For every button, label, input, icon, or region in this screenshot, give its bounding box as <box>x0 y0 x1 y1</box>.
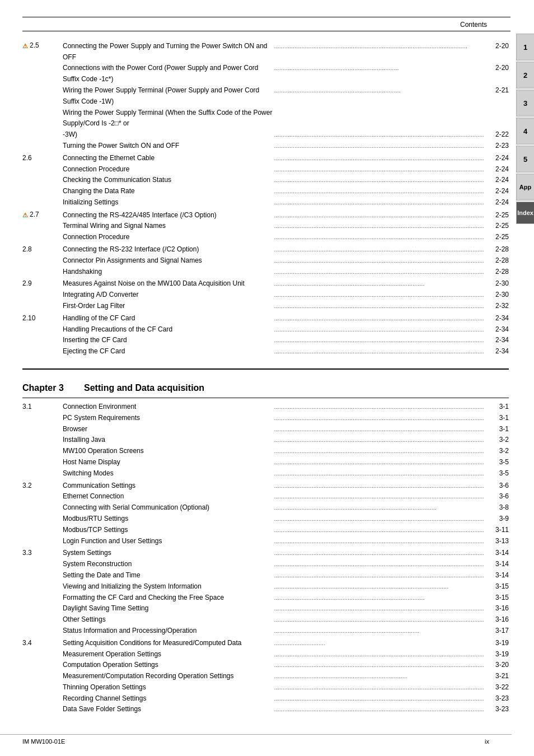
toc-sub-entry: Wiring the Power Supply Terminal (Power … <box>22 85 509 108</box>
contents-header: Contents <box>22 18 510 31</box>
toc-sub-entry: Measurement/Computation Recording Operat… <box>22 671 509 682</box>
footer-page-num: ix <box>485 738 489 745</box>
toc-sub-entry: PC System Requirements .................… <box>22 413 509 424</box>
right-tabs: 1 2 3 4 5 App Index <box>516 34 534 224</box>
section-2.5-row: ⚠ 2.5 Connecting the Power Supply and Tu… <box>22 40 509 63</box>
toc-sub-entry: Login Function and User Settings .......… <box>22 536 509 547</box>
toc-sub-entry: Connection Procedure ...................… <box>22 232 509 243</box>
section-3.1-row: 3.1 Connection Environment .............… <box>22 402 509 413</box>
warning-icon-2.5: ⚠ <box>22 41 28 51</box>
toc-sub-entry: Modbus/RTU Settings ....................… <box>22 514 509 525</box>
toc-sub-entry: Ethernet Connection ....................… <box>22 491 509 502</box>
section-3.3-row: 3.3 System Settings ....................… <box>22 548 509 559</box>
toc-sub-entry: Measurement Operation Settings .........… <box>22 649 509 660</box>
toc-sub-entry: Connection Procedure ...................… <box>22 164 509 175</box>
toc-sub-entry: Connecting with Serial Communication (Op… <box>22 502 509 514</box>
toc-sub-entry: Setting the Date and Time ..............… <box>22 570 509 581</box>
toc-sub-entry: Switching Modes ........................… <box>22 468 509 479</box>
toc-sub-entry: Checking the Communication Status ......… <box>22 175 509 186</box>
toc-sub-entry: System Reconstruction ..................… <box>22 559 509 570</box>
section-2.9-row: 2.9 Measures Against Noise on the MW100 … <box>22 278 509 290</box>
toc-sub-entry: Handling Precautions of the CF Card ....… <box>22 324 509 335</box>
toc-sub-entry: Ejecting the CF Card ...................… <box>22 346 509 357</box>
toc-sub-entry: MW100 Operation Screens ................… <box>22 446 509 457</box>
toc-sub-entry: Browser ................................… <box>22 424 509 435</box>
toc-sub-entry: Initializing Settings ..................… <box>22 197 509 208</box>
toc-sub-entry: Status Information and Processing/Operat… <box>22 626 509 637</box>
toc-sub-entry: Wiring the Power Supply Terminal (When t… <box>22 108 509 130</box>
tab-1[interactable]: 1 <box>516 34 534 60</box>
toc-sub-entry: Computation Operation Settings .........… <box>22 660 509 671</box>
toc-sub-entry: Recording Channel Settings .............… <box>22 693 509 704</box>
page-container: 1 2 3 4 5 App Index Contents ⚠ 2.5 Conne… <box>0 0 534 756</box>
section-3.4-row: 3.4 Setting Acquisition Conditions for M… <box>22 638 509 649</box>
tab-3[interactable]: 3 <box>516 90 534 116</box>
tab-5[interactable]: 5 <box>516 146 534 172</box>
toc-sub-entry: Inserting the CF Card ..................… <box>22 335 509 346</box>
tab-index[interactable]: Index <box>516 202 534 224</box>
section-2.6-row: 2.6 Connecting the Ethernet Cable ......… <box>22 153 509 164</box>
toc-sub-entry: Changing the Data Rate .................… <box>22 186 509 197</box>
chapter-3-title: Setting and Data acquisition <box>84 383 204 393</box>
toc-sub-entry: Formatting the CF Card and Checking the … <box>22 592 509 604</box>
tab-app[interactable]: App <box>516 174 534 200</box>
toc-sub-entry: Handshaking ............................… <box>22 267 509 278</box>
chapter-3-heading: Chapter 3 Setting and Data acquisition <box>22 383 509 393</box>
section-2.5-num: ⚠ 2.5 <box>22 40 63 52</box>
section-2.5-desc: Connecting the Power Supply and Turning … <box>63 41 274 63</box>
footer-doc-id: IM MW100-01E <box>22 738 65 745</box>
toc-sub-entry: Installing Java ........................… <box>22 435 509 446</box>
toc-sub-entry: Terminal Wiring and Signal Names .......… <box>22 221 509 232</box>
tab-4[interactable]: 4 <box>516 118 534 144</box>
section-2.10-row: 2.10 Handling of the CF Card ...........… <box>22 313 509 324</box>
toc-sub-entry: Other Settings .........................… <box>22 614 509 626</box>
tab-2[interactable]: 2 <box>516 62 534 88</box>
toc-sub-entry: Turning the Power Switch ON and OFF ....… <box>22 141 509 152</box>
warning-icon-2.7: ⚠ <box>22 210 28 220</box>
toc-sub-entry: Thinning Operation Settings ............… <box>22 682 509 693</box>
content-area: ⚠ 2.5 Connecting the Power Supply and Tu… <box>0 35 534 721</box>
toc-sub-entry: Data Save Folder Settings ..............… <box>22 704 509 715</box>
toc-sub-entry: First-Order Lag Filter .................… <box>22 301 509 312</box>
chapter-3-label: Chapter 3 <box>22 383 73 393</box>
section-2.8-row: 2.8 Connecting the RS-232 Interface (/C2… <box>22 244 509 255</box>
toc-sub-entry: Integrating A/D Converter ..............… <box>22 290 509 301</box>
toc-sub-entry: Viewing and Initializing the System Info… <box>22 581 509 592</box>
section-2.7-row: ⚠ 2.7 Connecting the RS-422A/485 Interfa… <box>22 209 509 221</box>
toc-sub-entry: Daylight Saving Time Setting ...........… <box>22 603 509 614</box>
section-3.2-row: 3.2 Communication Settings .............… <box>22 480 509 492</box>
toc-sub-entry: Host Name Display ......................… <box>22 457 509 468</box>
toc-sub-entry: Modbus/TCP Settings ....................… <box>22 525 509 536</box>
toc-sub-entry: Connector Pin Assignments and Signal Nam… <box>22 255 509 267</box>
toc-sub-entry: Connections with the Power Cord (Power S… <box>22 63 509 85</box>
footer: IM MW100-01E ix <box>0 734 512 745</box>
toc-sub-entry: -3W) ...................................… <box>22 129 509 141</box>
